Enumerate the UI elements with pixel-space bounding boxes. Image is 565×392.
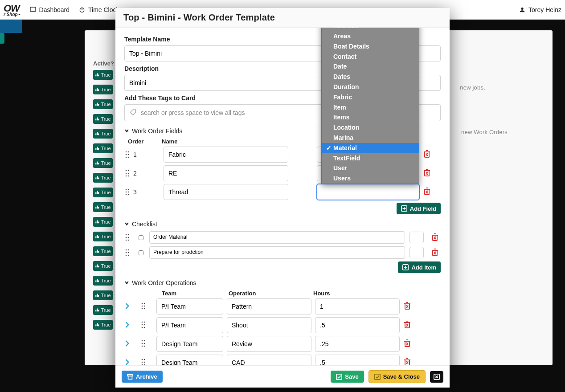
dropdown-option[interactable]: Areas <box>322 31 419 41</box>
chevron-right-icon[interactable] <box>124 359 131 365</box>
svg-point-9 <box>128 154 129 155</box>
dropdown-option[interactable]: TextField <box>322 153 419 163</box>
archive-button[interactable]: Archive <box>122 371 163 383</box>
op-operation-input[interactable] <box>227 336 311 352</box>
delete-icon[interactable] <box>403 358 411 366</box>
dropdown-option[interactable]: Boat Details <box>322 41 419 52</box>
checklist-checkbox[interactable] <box>139 250 143 256</box>
svg-point-103 <box>144 361 145 363</box>
checklist-extra-input[interactable] <box>409 232 424 243</box>
dropdown-option[interactable]: Dates <box>322 72 419 82</box>
svg-point-32 <box>126 194 127 196</box>
drag-handle-icon[interactable] <box>140 302 147 310</box>
dropdown-option[interactable]: Duration <box>322 82 419 92</box>
svg-point-68 <box>144 302 145 304</box>
delete-icon[interactable] <box>403 321 411 329</box>
dropdown-option[interactable]: ✓Material <box>322 143 419 153</box>
add-field-button[interactable]: Add Field <box>397 203 441 214</box>
save-close-button[interactable]: Save & Close <box>368 370 426 383</box>
chevron-down-icon <box>124 222 129 227</box>
op-operation-input[interactable] <box>227 355 311 365</box>
dropdown-option[interactable]: Date <box>322 61 419 72</box>
svg-point-104 <box>142 364 143 365</box>
check-square-icon <box>336 374 342 380</box>
op-hours-input[interactable] <box>315 336 400 352</box>
ops-header: Team Operation Hours <box>124 290 441 298</box>
delete-icon[interactable] <box>403 339 411 347</box>
dropdown-option[interactable]: Items <box>322 112 419 122</box>
delete-icon[interactable] <box>403 302 411 310</box>
op-team-input[interactable] <box>156 336 223 352</box>
col-hours: Hours <box>313 290 398 297</box>
dropdown-option[interactable]: Users <box>322 173 419 184</box>
chevron-right-icon[interactable] <box>124 340 131 347</box>
op-hours-input[interactable] <box>315 355 400 365</box>
delete-icon[interactable] <box>423 169 431 177</box>
section-operations[interactable]: Work Order Operations <box>124 279 441 286</box>
dropdown-option[interactable]: User <box>322 163 419 173</box>
archive-label: Archive <box>136 373 157 380</box>
svg-point-105 <box>144 364 145 365</box>
add-item-button[interactable]: Add Item <box>398 261 441 273</box>
close-button[interactable] <box>430 371 443 383</box>
chevron-right-icon[interactable] <box>124 322 131 328</box>
drag-handle-icon[interactable] <box>124 188 131 196</box>
checklist-extra-input[interactable] <box>409 247 424 258</box>
delete-icon[interactable] <box>423 150 431 158</box>
delete-icon[interactable] <box>423 188 431 196</box>
field-name-input[interactable] <box>164 165 288 181</box>
dropdown-option[interactable]: Marina <box>322 133 419 143</box>
svg-point-8 <box>126 154 127 155</box>
drag-handle-icon[interactable] <box>124 151 131 158</box>
op-team-input[interactable] <box>156 298 223 314</box>
field-name-input[interactable] <box>164 184 288 200</box>
section-title: Work Order Fields <box>132 127 182 135</box>
op-team-input[interactable] <box>156 355 223 365</box>
op-team-input[interactable] <box>156 317 223 333</box>
add-item-label: Add Item <box>411 264 436 271</box>
modal-body[interactable]: Template Name Description Add These Tags… <box>115 28 450 365</box>
dropdown-option[interactable]: Fabric <box>322 92 419 102</box>
svg-point-20 <box>128 173 129 174</box>
dropdown-option[interactable]: Location <box>322 122 419 133</box>
svg-point-80 <box>142 324 143 325</box>
chevron-right-icon[interactable] <box>124 303 131 309</box>
template-modal: Top - Bimini - Work Order Template Templ… <box>115 8 450 388</box>
save-close-label: Save & Close <box>383 373 420 380</box>
dropdown-option[interactable]: Address <box>322 28 419 31</box>
drag-handle-icon[interactable] <box>140 321 147 328</box>
drag-handle-icon[interactable] <box>124 249 131 256</box>
delete-icon[interactable] <box>431 249 439 257</box>
drag-handle-icon[interactable] <box>124 170 131 177</box>
op-hours-input[interactable] <box>315 298 400 314</box>
svg-point-33 <box>128 194 129 196</box>
save-button[interactable]: Save <box>331 371 364 383</box>
op-operation-input[interactable] <box>227 317 311 333</box>
svg-point-91 <box>142 343 143 344</box>
checklist-checkbox[interactable] <box>139 235 143 241</box>
op-hours-input[interactable] <box>315 317 400 333</box>
op-operation-input[interactable] <box>227 298 311 314</box>
field-name-input[interactable] <box>164 147 288 163</box>
delete-icon[interactable] <box>431 233 439 241</box>
add-field-label: Add Field <box>410 205 436 212</box>
chevron-down-icon <box>124 281 129 286</box>
section-checklist[interactable]: Checklist <box>124 220 441 228</box>
svg-point-78 <box>142 321 143 323</box>
drag-handle-icon[interactable] <box>140 359 147 366</box>
dropdown-option[interactable]: Contact <box>322 52 419 62</box>
operation-row <box>124 355 441 365</box>
checklist-text-input[interactable]: Order Material <box>149 231 405 244</box>
svg-point-55 <box>126 252 127 253</box>
checklist-text-input[interactable]: Prepare for prodction <box>149 246 405 259</box>
dropdown-option[interactable]: Item <box>322 102 419 113</box>
svg-point-46 <box>126 240 127 241</box>
field-type-select[interactable]: AddressAreasBoat DetailsContactDateDates… <box>317 184 419 200</box>
type-dropdown[interactable]: AddressAreasBoat DetailsContactDateDates… <box>321 28 419 184</box>
col-team: Team <box>162 290 229 297</box>
svg-point-57 <box>126 255 127 256</box>
section-title: Work Order Operations <box>132 279 196 286</box>
drag-handle-icon[interactable] <box>140 340 147 347</box>
drag-handle-icon[interactable] <box>124 234 131 241</box>
svg-point-82 <box>142 327 143 328</box>
